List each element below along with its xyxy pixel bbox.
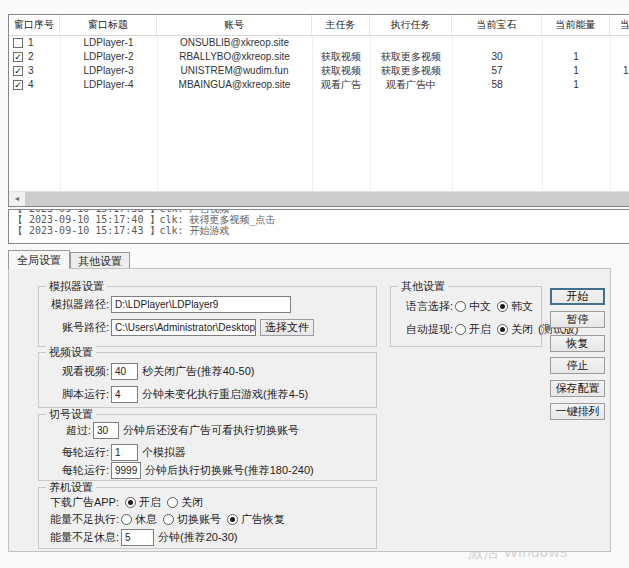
resume-button[interactable]: 恢复	[550, 335, 605, 352]
low-energy-label: 能量不足执行:	[47, 512, 119, 527]
column-header-exec-task[interactable]: 执行任务	[370, 15, 452, 35]
table-row[interactable]: ✓2 LDPlayer-2 RBALLYBO@xkreop.site 获取视频 …	[9, 50, 629, 64]
choose-file-button[interactable]: 选择文件	[260, 319, 314, 336]
language-label: 语言选择:	[399, 299, 453, 314]
table-body: 1 LDPlayer-1 ONSUBLIB@xkreop.site ✓2 LDP…	[9, 36, 629, 192]
emulator-table: 窗口序号 窗口标题 账号 主任务 执行任务 当前宝石 当前能量 当 1 LDPl…	[8, 14, 629, 207]
group-title: 模拟器设置	[46, 280, 107, 293]
rest-minutes-suffix: 分钟(推荐20-30)	[158, 530, 237, 545]
radio-download-on[interactable]	[125, 497, 136, 508]
group-maintain-settings: 养机设置 下载广告APP: 开启 关闭 能量不足执行: 休息 切换账号 广告恢复…	[38, 487, 377, 549]
window-index: 3	[28, 64, 34, 78]
scrollbar-thumb[interactable]	[25, 192, 629, 206]
radio-ad-recover-label: 广告恢复	[241, 512, 285, 527]
energy	[542, 36, 610, 50]
watch-video-suffix: 秒关闭广告(推荐40-50)	[142, 364, 254, 379]
row-checkbox[interactable]: ✓	[13, 52, 23, 62]
round-run-label: 每轮运行:	[47, 445, 109, 460]
extra	[610, 50, 629, 64]
radio-download-on-label: 开启	[139, 495, 161, 510]
rest-minutes-input[interactable]: 5	[121, 529, 154, 546]
stop-button[interactable]: 停止	[550, 357, 605, 374]
window-title: LDPlayer-3	[60, 64, 157, 78]
round-minutes-input[interactable]: 9999	[111, 462, 141, 479]
extra: 1	[610, 64, 629, 78]
download-ad-app-label: 下载广告APP:	[47, 495, 119, 510]
radio-lang-cn[interactable]	[455, 301, 466, 312]
row-checkbox[interactable]	[13, 38, 23, 48]
main-task	[312, 36, 370, 50]
radio-ad-recover[interactable]	[227, 514, 238, 525]
auto-withdraw-label: 自动提现:	[399, 322, 453, 337]
horizontal-scrollbar[interactable]: ◄	[9, 191, 629, 206]
gems	[452, 36, 542, 50]
exec-task	[370, 36, 452, 50]
log-lines: 【 2023-09-10 15:17:38 】clk: 广告视频 【 2023-…	[9, 209, 629, 236]
extra	[610, 36, 629, 50]
radio-withdraw-on[interactable]	[455, 324, 466, 335]
watch-video-input[interactable]: 40	[111, 363, 138, 380]
column-header-gems[interactable]: 当前宝石	[452, 15, 542, 35]
group-title: 养机设置	[46, 481, 96, 494]
start-button[interactable]: 开始	[550, 288, 605, 305]
app-window: 窗口序号 窗口标题 账号 主任务 执行任务 当前宝石 当前能量 当 1 LDPl…	[0, 0, 629, 568]
exec-task: 观看广告中	[370, 78, 452, 92]
account: MBAINGUA@xkreop.site	[157, 78, 312, 92]
column-header-energy[interactable]: 当前能量	[542, 15, 610, 35]
arrange-button[interactable]: 一键排列	[550, 403, 605, 420]
table-header: 窗口序号 窗口标题 账号 主任务 执行任务 当前宝石 当前能量 当	[9, 15, 629, 36]
gems: 58	[452, 78, 542, 92]
radio-rest-label: 休息	[135, 512, 157, 527]
radio-lang-kr[interactable]	[497, 301, 508, 312]
round-run-input[interactable]: 1	[111, 444, 138, 461]
over-minutes-suffix: 分钟后还没有广告可看执行切换账号	[123, 423, 299, 438]
row-checkbox[interactable]: ✓	[13, 80, 23, 90]
table-row[interactable]: ✓4 LDPlayer-4 MBAINGUA@xkreop.site 观看广告 …	[9, 78, 629, 92]
extra	[610, 78, 629, 92]
window-title: LDPlayer-4	[60, 78, 157, 92]
over-minutes-input[interactable]: 30	[93, 422, 119, 439]
pause-button[interactable]: 暂停	[550, 311, 605, 328]
log-panel[interactable]: 【 2023-09-10 15:17:38 】clk: 广告视频 【 2023-…	[8, 209, 629, 244]
column-header-window-title[interactable]: 窗口标题	[60, 15, 157, 35]
round-minutes-suffix: 分钟后执行切换账号(推荐180-240)	[145, 463, 314, 478]
round-minutes-label: 每轮运行:	[47, 463, 109, 478]
script-run-input[interactable]: 4	[111, 386, 138, 403]
group-switch-settings: 切号设置 超过: 30 分钟后还没有广告可看执行切换账号 每轮运行: 1 个模拟…	[38, 414, 377, 481]
column-header-account[interactable]: 账号	[157, 15, 312, 35]
over-minutes-label: 超过:	[47, 423, 91, 438]
tab-global-settings[interactable]: 全局设置	[8, 250, 70, 269]
rest-minutes-label: 能量不足休息:	[47, 530, 119, 545]
tab-other-settings[interactable]: 其他设置	[70, 252, 130, 269]
group-title: 切号设置	[46, 408, 96, 421]
save-config-button[interactable]: 保存配置	[550, 380, 605, 397]
scroll-left-button[interactable]: ◄	[9, 192, 25, 206]
account: UNISTREM@wudim.fun	[157, 64, 312, 78]
row-checkbox[interactable]: ✓	[13, 66, 23, 76]
account-path-input[interactable]: C:\Users\Administrator\Desktop\账号1	[111, 319, 256, 336]
radio-download-off-label: 关闭	[181, 495, 203, 510]
table-row[interactable]: 1 LDPlayer-1 ONSUBLIB@xkreop.site	[9, 36, 629, 50]
radio-withdraw-off-label: 关闭	[511, 322, 533, 337]
group-video-settings: 视频设置 观看视频: 40 秒关闭广告(推荐40-50) 脚本运行: 4 分钟未…	[38, 352, 377, 408]
radio-download-off[interactable]	[167, 497, 178, 508]
main-task: 获取视频	[312, 64, 370, 78]
radio-switch-account[interactable]	[163, 514, 174, 525]
column-header-truncated[interactable]: 当	[610, 15, 629, 35]
radio-switch-account-label: 切换账号	[177, 512, 221, 527]
column-header-window-index[interactable]: 窗口序号	[9, 15, 60, 35]
gems: 57	[452, 64, 542, 78]
account: RBALLYBO@xkreop.site	[157, 50, 312, 64]
radio-withdraw-off[interactable]	[497, 324, 508, 335]
table-row[interactable]: ✓3 LDPlayer-3 UNISTREM@wudim.fun 获取视频 获取…	[9, 64, 629, 78]
column-header-main-task[interactable]: 主任务	[312, 15, 370, 35]
window-index: 2	[28, 50, 34, 64]
script-run-label: 脚本运行:	[47, 387, 109, 402]
radio-rest[interactable]	[121, 514, 132, 525]
emulator-path-input[interactable]: D:\LDPlayer\LDPlayer9	[111, 296, 291, 313]
radio-lang-cn-label: 中文	[469, 299, 491, 314]
radio-lang-kr-label: 韩文	[511, 299, 533, 314]
account-path-label: 账号路径:	[47, 320, 109, 335]
log-line: 【 2023-09-10 15:17:43 】clk: 开始游戏	[13, 225, 629, 236]
log-line: 【 2023-09-10 15:17:40 】clk: 获得更多视频_点击	[13, 214, 629, 225]
